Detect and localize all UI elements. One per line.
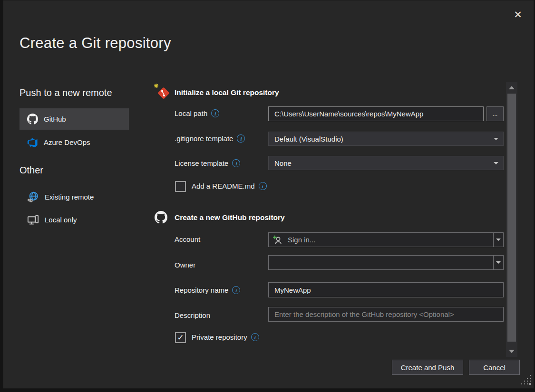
cancel-button[interactable]: Cancel <box>469 360 520 375</box>
scroll-up-icon[interactable] <box>509 86 515 89</box>
sidebar-item-label: Azure DevOps <box>44 138 90 146</box>
chevron-down-icon <box>496 239 501 241</box>
dropdown-value: None <box>274 159 292 167</box>
azure-devops-icon <box>27 137 38 148</box>
owner-combobox[interactable] <box>268 255 504 270</box>
browse-button[interactable]: ... <box>486 106 504 121</box>
private-repository-checkbox[interactable]: ✓ <box>175 332 186 343</box>
computer-icon <box>27 214 39 226</box>
scrollbar-thumb[interactable] <box>507 94 516 342</box>
init-local-section-title: Initialize a local Git repository <box>175 88 279 97</box>
github-icon <box>27 114 38 124</box>
license-template-label: License template i <box>175 159 240 167</box>
chevron-down-icon <box>496 261 501 264</box>
create-and-push-button[interactable]: Create and Push <box>392 360 463 375</box>
local-path-label: Local path i <box>175 109 219 117</box>
gitignore-template-dropdown[interactable]: Default (VisualStudio) <box>268 132 504 146</box>
readme-checkbox[interactable] <box>175 181 186 192</box>
local-path-input[interactable] <box>268 106 484 121</box>
sidebar-item-local-only[interactable]: Local only <box>19 210 129 229</box>
readme-label: Add a README.md i <box>192 182 267 190</box>
other-heading: Other <box>19 165 43 176</box>
scroll-down-icon[interactable] <box>509 350 515 353</box>
sidebar-item-label: GitHub <box>44 115 66 123</box>
info-icon[interactable]: i <box>259 182 267 190</box>
info-icon[interactable]: i <box>211 109 219 117</box>
account-combobox[interactable]: Sign in... <box>268 232 504 247</box>
private-repository-label: Private repository i <box>192 333 259 341</box>
account-value: Sign in... <box>288 236 315 244</box>
resize-grip[interactable] <box>530 383 531 384</box>
push-remote-heading: Push to a new remote <box>19 87 112 98</box>
dropdown-value: Default (VisualStudio) <box>274 135 343 143</box>
owner-label: Owner <box>175 261 195 269</box>
dialog-title: Create a Git repository <box>19 35 171 52</box>
license-template-dropdown[interactable]: None <box>268 156 504 170</box>
info-icon[interactable]: i <box>232 286 240 294</box>
account-label: Account <box>175 235 200 243</box>
repository-name-label: Repository name i <box>175 286 240 294</box>
sidebar-item-existing-remote[interactable]: Existing remote <box>19 188 129 206</box>
description-input[interactable] <box>268 307 504 322</box>
sidebar-item-github[interactable]: GitHub <box>19 108 129 130</box>
sidebar-item-azure-devops[interactable]: Azure DevOps <box>19 132 129 153</box>
info-icon[interactable]: i <box>251 333 259 341</box>
github-section-icon <box>155 211 167 226</box>
info-icon[interactable]: i <box>232 159 240 167</box>
sidebar-item-label: Existing remote <box>45 193 94 201</box>
description-label: Description <box>175 311 210 319</box>
account-dropdown-button[interactable] <box>493 233 503 247</box>
close-icon[interactable]: ✕ <box>509 6 526 23</box>
info-icon[interactable]: i <box>237 134 245 143</box>
chevron-down-icon <box>494 138 498 140</box>
new-git-repo-icon <box>154 83 172 103</box>
owner-dropdown-button[interactable] <box>493 256 503 269</box>
create-git-repository-dialog: Create a Git repository ✕ Push to a new … <box>3 0 534 389</box>
github-section-title: Create a new GitHub repository <box>175 213 285 222</box>
repository-name-input[interactable] <box>268 282 504 297</box>
chevron-down-icon <box>494 162 498 164</box>
sidebar-item-label: Local only <box>45 216 77 224</box>
gitignore-template-label: .gitignore template i <box>175 134 245 143</box>
vertical-scrollbar[interactable] <box>506 82 517 357</box>
globe-link-icon <box>27 191 39 203</box>
add-user-icon <box>272 235 283 245</box>
